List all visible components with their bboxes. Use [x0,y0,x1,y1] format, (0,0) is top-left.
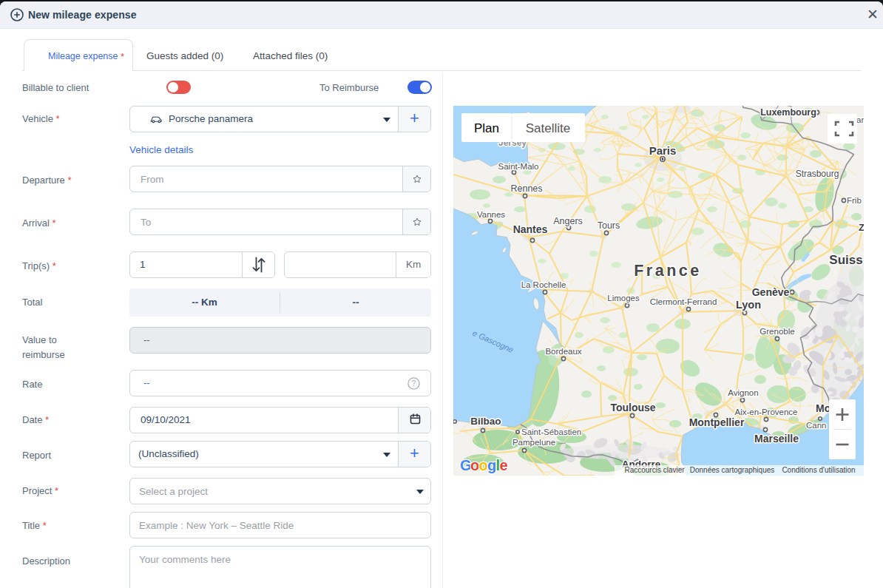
svg-text:Conditions d'utilisation: Conditions d'utilisation [782,466,855,474]
svg-text:Luxembourg: Luxembourg [760,107,816,118]
svg-text:Raccourcis clavier: Raccourcis clavier [624,466,685,474]
svg-text:Rennes: Rennes [510,183,542,194]
svg-text:Strasbourg: Strasbourg [796,169,839,179]
svg-text:Avignon: Avignon [728,388,758,397]
svg-text:Bordeaux: Bordeaux [545,347,581,356]
svg-text:Tours: Tours [598,220,620,231]
svg-text:Clermont-Ferrand: Clermont-Ferrand [650,297,717,306]
svg-text:Nantes: Nantes [513,223,548,235]
svg-text:Lyon: Lyon [736,299,761,311]
svg-text:Frib: Frib [847,196,862,205]
svg-text:g: g [487,457,496,473]
svg-text:La Rochelle: La Rochelle [521,280,566,289]
svg-text:Bilbao: Bilbao [470,416,501,427]
svg-text:Toulouse: Toulouse [610,402,655,413]
svg-text:Montpellier: Montpellier [689,416,745,428]
svg-text:Données cartographiques: Données cartographiques [690,466,775,474]
svg-text:Plan: Plan [474,121,499,135]
svg-text:?: ? [412,379,416,388]
svg-text:Grenoble: Grenoble [759,327,794,336]
svg-text:Suiss: Suiss [829,253,862,267]
svg-text:e: e [500,457,508,473]
svg-text:Saint-Sébastien: Saint-Sébastien [521,428,581,436]
svg-text:Paris: Paris [649,144,677,157]
svg-text:Angers: Angers [553,216,583,226]
svg-text:Vannes: Vannes [477,210,505,219]
svg-text:ar: ar [856,115,864,124]
svg-text:France: France [634,262,702,280]
svg-text:Aix-en-Provence: Aix-en-Provence [734,408,797,416]
svg-text:Genève: Genève [752,286,790,298]
svg-text:Satellite: Satellite [526,121,570,135]
svg-text:o: o [470,457,479,473]
svg-text:o: o [479,457,488,473]
svg-text:Limoges: Limoges [607,294,640,303]
svg-text:Zu: Zu [859,222,864,233]
svg-text:Pampelune: Pampelune [512,438,555,447]
svg-text:Mo: Mo [816,402,830,414]
svg-text:Cann: Cann [806,421,827,430]
svg-text:Saint-Malo: Saint-Malo [498,162,539,171]
svg-text:Marseille: Marseille [754,433,799,445]
